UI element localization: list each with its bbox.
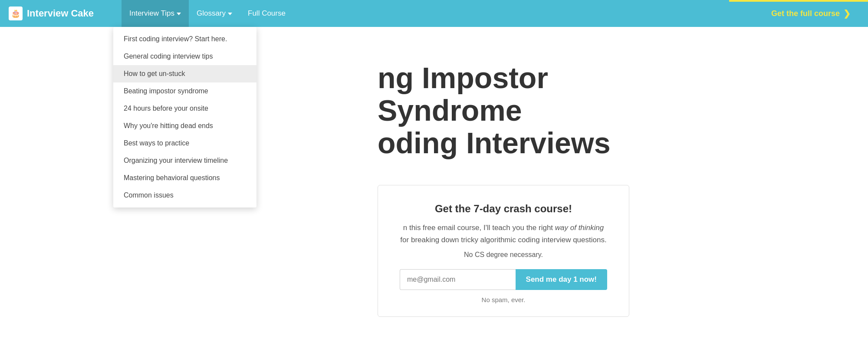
- dropdown-item-common-issues[interactable]: Common issues: [113, 187, 256, 204]
- no-degree-text: No CS degree necessary.: [400, 251, 607, 259]
- logo[interactable]: 🎂 Interview Cake: [9, 7, 122, 20]
- hero-title: ng Impostor Syndrome oding Interviews: [239, 62, 629, 159]
- nav-item-glossary[interactable]: Glossary: [189, 0, 240, 27]
- send-day1-button[interactable]: Send me day 1 now!: [516, 269, 607, 290]
- hero-title-line2: oding Interviews: [378, 127, 629, 159]
- dropdown-item-24hours[interactable]: 24 hours before your onsite: [113, 100, 256, 117]
- logo-icon: 🎂: [9, 7, 23, 20]
- signup-card: Get the 7-day crash course! n this free …: [378, 185, 629, 316]
- card-description: n this free email course, I'll teach you…: [400, 222, 607, 245]
- dropdown-item-timeline[interactable]: Organizing your interview timeline: [113, 152, 256, 169]
- chevron-down-icon: [177, 13, 181, 15]
- dropdown-item-impostor[interactable]: Beating impostor syndrome: [113, 82, 256, 100]
- nav-item-interview-tips[interactable]: Interview Tips: [122, 0, 189, 27]
- hero-title-line1: ng Impostor Syndrome: [378, 62, 629, 127]
- email-signup-row: Send me day 1 now!: [400, 269, 607, 290]
- dropdown-item-unstuck[interactable]: How to get un-stuck: [113, 65, 256, 82]
- dropdown-item-first-coding[interactable]: First coding interview? Start here.: [113, 30, 256, 48]
- dropdown-item-general-tips[interactable]: General coding interview tips: [113, 48, 256, 65]
- email-input[interactable]: [400, 269, 516, 290]
- cta-arrow-icon: ❯: [843, 8, 851, 19]
- hero-content: ng Impostor Syndrome oding Interviews Ge…: [239, 62, 629, 317]
- nav-item-full-course[interactable]: Full Course: [240, 0, 293, 27]
- dropdown-item-dead-ends[interactable]: Why you're hitting dead ends: [113, 117, 256, 135]
- card-title: Get the 7-day crash course!: [400, 203, 607, 215]
- main-nav: 🎂 Interview Cake Interview Tips Glossary…: [0, 0, 868, 27]
- interview-tips-dropdown: First coding interview? Start here. Gene…: [113, 27, 256, 207]
- no-spam-text: No spam, ever.: [400, 296, 607, 303]
- nav-links: Interview Tips Glossary Full Course: [122, 0, 763, 27]
- dropdown-item-behavioral[interactable]: Mastering behavioral questions: [113, 169, 256, 187]
- dropdown-item-best-practice[interactable]: Best ways to practice: [113, 135, 256, 152]
- logo-text: Interview Cake: [27, 8, 94, 19]
- chevron-down-icon: [228, 13, 232, 15]
- get-full-course-cta[interactable]: Get the full course ❯: [763, 8, 859, 19]
